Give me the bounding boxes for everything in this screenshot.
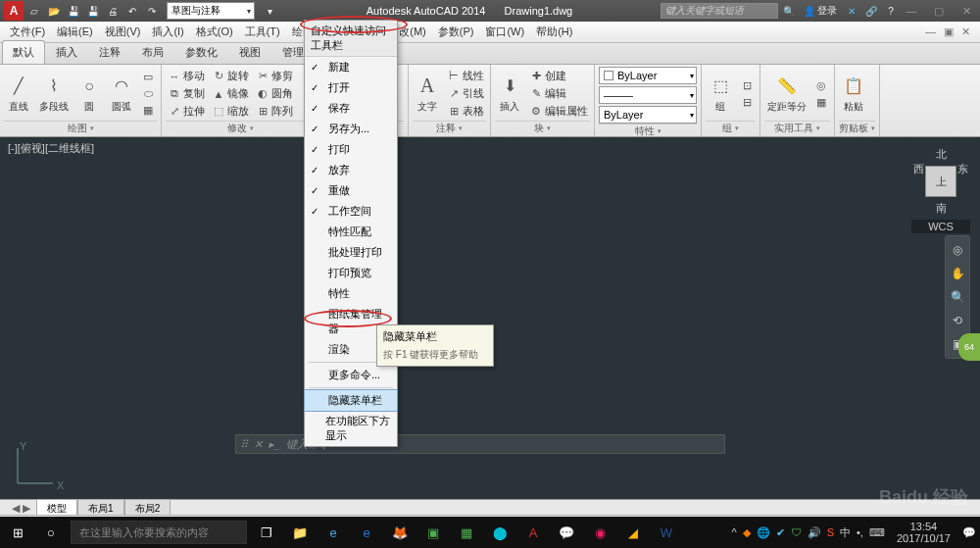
edge-icon[interactable]: e [353, 520, 380, 545]
save-icon[interactable]: 💾 [65, 2, 82, 20]
taskview-icon[interactable]: ❐ [253, 520, 280, 545]
app-icon-5[interactable]: ◢ [619, 520, 647, 545]
rect-btn[interactable]: ▭ [139, 70, 157, 85]
group-button[interactable]: ⬚组 [706, 73, 735, 116]
ellipse-btn[interactable]: ⬭ [139, 86, 157, 102]
doc-minimize[interactable]: — [925, 25, 936, 38]
paste-button[interactable]: 📋粘贴 [839, 73, 868, 116]
table-btn[interactable]: ⊞表格 [445, 103, 486, 120]
app-logo[interactable]: A [4, 1, 24, 21]
search-icon[interactable]: 🔍 [780, 2, 798, 20]
stretch-btn[interactable]: ⤢拉伸 [166, 103, 207, 120]
dim-linear-btn[interactable]: ⊢线性 [445, 68, 486, 84]
print-icon[interactable]: 🖨 [104, 2, 122, 20]
tab-annotate[interactable]: 注释 [88, 40, 131, 64]
shield-icon[interactable]: 🛡 [791, 526, 802, 538]
dropdown-item[interactable]: 批处理打印 [305, 242, 397, 263]
tab-layout[interactable]: 布局 [131, 40, 174, 64]
menu-help[interactable]: 帮助(H) [530, 22, 578, 42]
tab-insert[interactable]: 插入 [45, 40, 88, 64]
ime-icon[interactable]: 中 [840, 525, 851, 540]
login-button[interactable]: 👤登录 [800, 2, 841, 20]
dropdown-item[interactable]: ✓工作空间 [305, 201, 397, 222]
mirror-btn[interactable]: ▲镜像 [210, 85, 251, 102]
ie-icon[interactable]: e [319, 520, 347, 545]
tab-nav-arrows[interactable]: ◀ ▶ [6, 502, 36, 515]
tray-icon2[interactable]: ✔ [776, 526, 785, 539]
app-icon-2[interactable]: ▦ [453, 520, 480, 545]
edit-attr-btn[interactable]: ⚙编辑属性 [527, 103, 590, 120]
tab-default[interactable]: 默认 [2, 40, 45, 64]
edit-block-btn[interactable]: ✎编辑 [527, 85, 590, 102]
dropdown-item[interactable]: 特性 [305, 283, 397, 304]
linetype-combo[interactable]: ByLayer [599, 106, 697, 124]
trim-btn[interactable]: ✂修剪 [254, 68, 295, 84]
menu-tools[interactable]: 工具(T) [239, 22, 286, 42]
app-icon-3[interactable]: ⬤ [486, 520, 514, 545]
dropdown-item[interactable]: ✓另存为... [305, 119, 397, 139]
taskbar-search[interactable]: 在这里输入你要搜索的内容 [71, 521, 247, 544]
word-icon[interactable]: W [653, 520, 680, 545]
copy-btn[interactable]: ⧉复制 [166, 85, 207, 102]
hatch-btn[interactable]: ▦ [139, 103, 157, 119]
menu-view[interactable]: 视图(V) [99, 22, 147, 42]
dropdown-item[interactable]: 特性匹配 [305, 222, 397, 242]
maximize-button[interactable]: ▢ [929, 5, 949, 18]
workspace-combo[interactable]: 草图与注释 [167, 2, 255, 20]
help-search[interactable]: 键入关键字或短语 [661, 3, 778, 19]
lineweight-combo[interactable]: ——— [599, 86, 697, 104]
array-btn[interactable]: ⊞阵列 [254, 103, 295, 120]
redo-icon[interactable]: ↷ [143, 2, 161, 20]
viewport-label[interactable]: [-][俯视][二维线框] [8, 141, 94, 156]
dropdown-item[interactable]: ✓重做 [305, 180, 397, 201]
saveas-icon[interactable]: 💾 [84, 2, 102, 20]
menu-window[interactable]: 窗口(W) [479, 22, 530, 42]
ime-mode[interactable]: •, [857, 526, 863, 538]
volume-icon[interactable]: 🔊 [808, 526, 821, 539]
orbit-icon[interactable]: ⟲ [948, 311, 967, 330]
tray-icon[interactable]: ◆ [743, 526, 751, 539]
start-button[interactable]: ⊞ [4, 520, 31, 545]
dropdown-item[interactable]: 在功能区下方显示 [305, 411, 397, 446]
exchange-icon[interactable]: ✕ [843, 2, 860, 20]
open-icon[interactable]: 📂 [45, 2, 63, 20]
app-icon-4[interactable]: ◉ [586, 520, 613, 545]
cmd-close-icon[interactable]: ✕ [254, 438, 263, 451]
sogou-icon[interactable]: S [827, 526, 834, 538]
tray-up-icon[interactable]: ^ [732, 526, 737, 538]
pan-icon[interactable]: ✋ [948, 264, 967, 283]
polyline-button[interactable]: ⌇多段线 [36, 73, 72, 116]
firefox-icon[interactable]: 🦊 [386, 520, 414, 545]
leader-btn[interactable]: ↗引线 [445, 85, 486, 102]
dropdown-item[interactable]: ✓放弃 [305, 160, 397, 180]
app-icon-1[interactable]: ▣ [419, 520, 447, 545]
cmd-handle-icon[interactable]: ⠿ [240, 438, 248, 451]
menu-file[interactable]: 文件(F) [4, 22, 51, 42]
undo-icon[interactable]: ↶ [123, 2, 141, 20]
cortana-icon[interactable]: ○ [37, 520, 65, 545]
view-cube[interactable]: 北 西上东 南 WCS [911, 147, 970, 216]
fillet-btn[interactable]: ◐圆角 [254, 85, 295, 102]
dropdown-item[interactable]: ✓新建 [305, 57, 397, 77]
doc-close[interactable]: ✕ [961, 25, 970, 38]
autocad-task[interactable]: A [519, 520, 547, 545]
keyboard-icon[interactable]: ⌨ [869, 526, 885, 539]
dropdown-item[interactable]: ✓打印 [305, 139, 397, 160]
dropdown-item[interactable]: 更多命令... [305, 365, 397, 385]
menu-format[interactable]: 格式(O) [190, 22, 239, 42]
new-icon[interactable]: ▱ [25, 2, 43, 20]
text-button[interactable]: A文字 [413, 73, 442, 116]
network-icon[interactable]: 🌐 [757, 526, 770, 539]
insert-button[interactable]: ⬇插入 [495, 73, 524, 116]
circle-button[interactable]: ○圆 [74, 73, 104, 116]
clock[interactable]: 13:542017/10/17 [891, 521, 956, 544]
drawing-canvas[interactable]: [-][俯视][二维线框] 北 西上东 南 WCS ◎ ✋ 🔍 ⟲ ▣ Y X … [0, 137, 980, 503]
tab-parametric[interactable]: 参数化 [174, 40, 228, 64]
move-btn[interactable]: ↔移动 [166, 68, 207, 84]
line-button[interactable]: ╱直线 [4, 73, 33, 116]
create-block-btn[interactable]: ✚创建 [527, 68, 590, 84]
menu-edit[interactable]: 编辑(E) [51, 22, 99, 42]
dropdown-item[interactable]: ✓保存 [305, 98, 397, 119]
tab-view[interactable]: 视图 [228, 40, 271, 64]
explorer-icon[interactable]: 📁 [286, 520, 314, 545]
